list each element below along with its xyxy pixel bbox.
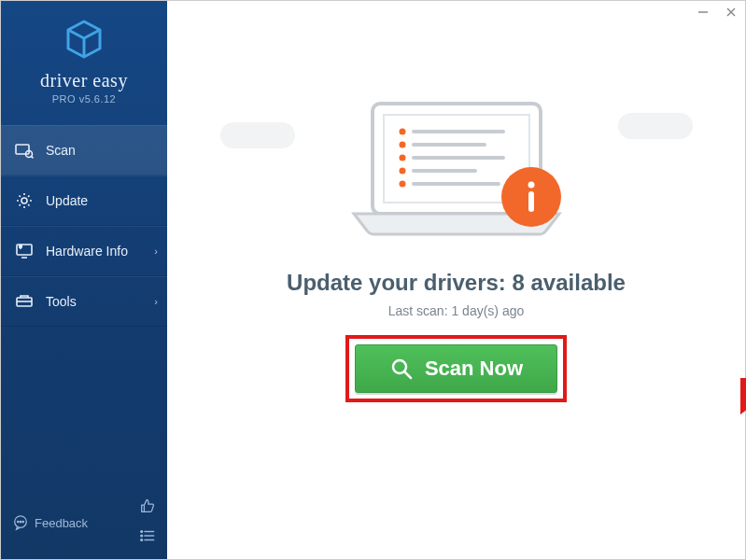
scan-button-highlight: Scan Now	[345, 335, 567, 402]
scan-now-button[interactable]: Scan Now	[355, 344, 557, 393]
svg-rect-3	[16, 145, 29, 154]
sidebar-item-update[interactable]: Update	[1, 175, 167, 226]
last-scan-text: Last scan: 1 day(s) ago	[388, 303, 525, 318]
svg-point-28	[399, 168, 405, 175]
svg-point-21	[141, 539, 143, 541]
svg-point-16	[22, 521, 23, 522]
svg-point-26	[399, 142, 405, 148]
svg-line-5	[32, 157, 34, 159]
sidebar-item-scan[interactable]: Scan	[1, 125, 167, 175]
chevron-right-icon: ›	[154, 296, 158, 307]
sidebar-item-label: Hardware Info	[46, 244, 128, 259]
brand-name: driver easy	[40, 70, 128, 91]
svg-point-17	[141, 531, 143, 533]
minimize-button[interactable]	[689, 1, 717, 23]
scan-icon	[14, 141, 35, 160]
annotation-arrow	[740, 378, 746, 481]
list-icon[interactable]	[139, 527, 156, 548]
svg-point-6	[21, 198, 27, 203]
sidebar-item-label: Tools	[46, 294, 77, 309]
chat-icon	[12, 514, 29, 531]
chevron-right-icon: ›	[154, 245, 158, 257]
feedback-label: Feedback	[35, 516, 88, 530]
sidebar-item-hardware-info[interactable]: i Hardware Info ›	[1, 226, 167, 276]
logo-icon	[63, 18, 106, 64]
svg-point-19	[141, 535, 143, 537]
close-button[interactable]	[717, 1, 745, 23]
sidebar-item-tools[interactable]: Tools ›	[1, 276, 167, 327]
sidebar: driver easy PRO v5.6.12 Scan	[1, 1, 167, 559]
brand-version: PRO v5.6.12	[52, 93, 116, 105]
window-controls	[689, 1, 745, 23]
svg-point-25	[399, 129, 405, 135]
feedback-button[interactable]: Feedback	[12, 514, 139, 531]
scan-now-label: Scan Now	[425, 357, 523, 381]
sidebar-footer: Feedback	[1, 488, 167, 559]
gear-icon	[14, 191, 35, 210]
svg-line-39	[404, 372, 411, 379]
svg-rect-37	[528, 191, 534, 212]
app-window: driver easy PRO v5.6.12 Scan	[0, 0, 746, 560]
tools-icon	[14, 292, 35, 311]
headline: Update your drivers: 8 available	[287, 270, 626, 296]
svg-point-27	[399, 155, 405, 161]
monitor-icon: i	[14, 242, 35, 260]
svg-point-14	[18, 521, 19, 522]
logo-area: driver easy PRO v5.6.12	[1, 1, 167, 112]
laptop-illustration	[335, 94, 578, 247]
main-area: Update your drivers: 8 available Last sc…	[167, 1, 745, 559]
nav: Scan Update i	[1, 125, 167, 488]
svg-point-36	[528, 182, 534, 189]
svg-point-15	[20, 521, 21, 522]
sidebar-item-label: Update	[46, 193, 88, 208]
svg-point-29	[399, 181, 405, 188]
sidebar-item-label: Scan	[46, 143, 76, 158]
thumbs-up-icon[interactable]	[139, 497, 156, 518]
search-icon	[389, 357, 414, 381]
footer-icons	[139, 497, 156, 548]
